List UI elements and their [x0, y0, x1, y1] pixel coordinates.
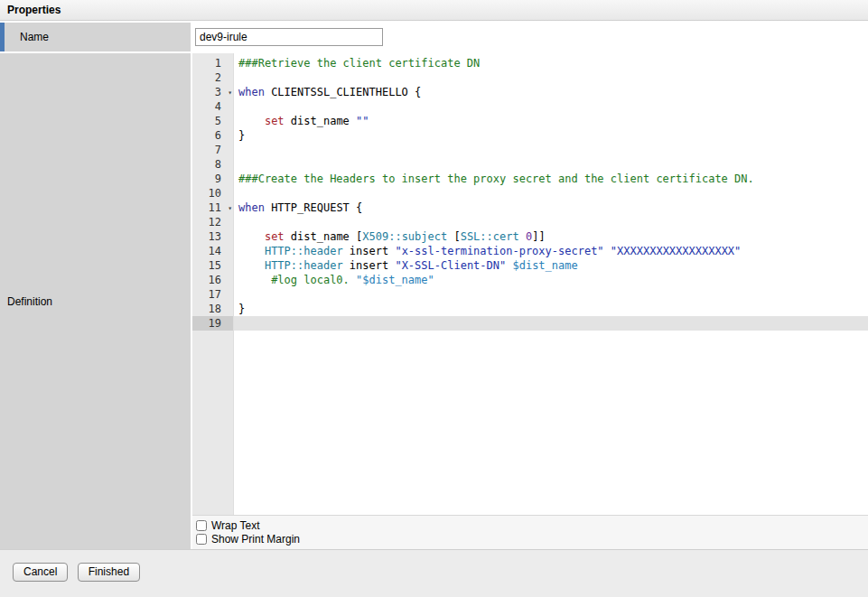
line-number[interactable]: 5: [192, 114, 233, 128]
code-token-plain: [238, 259, 265, 272]
code-token-plain: [238, 245, 265, 257]
code-line[interactable]: [234, 157, 868, 172]
code-token-string: "x-ssl-termination-proxy-secret": [395, 245, 603, 257]
code-line[interactable]: [234, 287, 868, 302]
code-token-plain: ]]: [532, 230, 545, 243]
code-line[interactable]: when HTTP_REQUEST {: [234, 201, 868, 215]
line-number[interactable]: 11▾: [192, 201, 233, 215]
line-number[interactable]: 9: [192, 172, 233, 186]
code-token-plain: insert: [343, 245, 396, 257]
code-token-plain: dist_name [: [285, 230, 363, 243]
code-token-func: HTTP::header: [265, 259, 343, 272]
code-lines[interactable]: ###Retrieve the client certificate DNwhe…: [234, 53, 868, 515]
name-label: Name: [20, 31, 49, 43]
code-line[interactable]: }: [234, 128, 868, 143]
line-number[interactable]: 16: [192, 273, 233, 287]
line-number[interactable]: 4: [192, 99, 233, 114]
code-token-func: SSL::cert: [461, 230, 519, 243]
code-token-plain: insert: [343, 259, 396, 272]
code-line[interactable]: HTTP::header insert "x-ssl-termination-p…: [234, 244, 868, 258]
code-line[interactable]: set dist_name [X509::subject [SSL::cert …: [234, 229, 868, 244]
line-number[interactable]: 8: [192, 157, 233, 172]
gutter: 123▾4567891011▾1213141516171819: [192, 53, 234, 515]
finished-button[interactable]: Finished: [78, 563, 140, 582]
code-token-builtin: set: [265, 230, 285, 243]
line-number[interactable]: 15: [192, 258, 233, 273]
line-number[interactable]: 17: [192, 287, 233, 302]
name-input[interactable]: [195, 28, 383, 46]
code-token-func: HTTP::header: [265, 245, 343, 257]
code-line[interactable]: #log local0. "$dist_name": [234, 273, 868, 287]
definition-label-cell: Definition: [0, 53, 191, 549]
show-print-margin-option: Show Print Margin: [194, 532, 868, 546]
code-token-comment: #log local0.: [271, 274, 356, 286]
line-number[interactable]: 2: [192, 70, 233, 85]
code-token-plain: CLIENTSSL_CLIENTHELLO {: [265, 86, 421, 98]
code-token-plain: [604, 245, 611, 257]
code-line[interactable]: ###Create the Headers to insert the prox…: [234, 172, 868, 186]
properties-page: Properties Name Definition 123▾456789101…: [0, 0, 868, 597]
line-number[interactable]: 10: [192, 186, 233, 201]
code-token-string: "X-SSL-Client-DN": [395, 259, 506, 272]
editor-options: Wrap Text Show Print Margin: [192, 516, 868, 549]
wrap-text-label[interactable]: Wrap Text: [211, 519, 260, 532]
code-token-plain: }: [238, 129, 245, 142]
code-token-plain: dist_name: [285, 115, 356, 127]
required-accent-bar: [0, 23, 5, 51]
code-editor[interactable]: 123▾4567891011▾1213141516171819 ###Retri…: [192, 53, 868, 516]
code-line[interactable]: [234, 316, 868, 331]
definition-row: Definition 123▾4567891011▾12131415161718…: [0, 53, 868, 549]
code-token-plain: [238, 274, 271, 286]
code-line[interactable]: ###Retrieve the client certificate DN: [234, 56, 868, 70]
fold-toggle-icon[interactable]: ▾: [228, 86, 232, 100]
show-print-margin-label[interactable]: Show Print Margin: [211, 533, 300, 546]
definition-value-cell: 123▾4567891011▾1213141516171819 ###Retri…: [192, 53, 868, 549]
code-line[interactable]: [234, 70, 868, 85]
code-token-plain: [238, 115, 265, 127]
footer-bar: Cancel Finished: [0, 549, 868, 597]
code-token-plain: }: [238, 303, 245, 315]
code-line[interactable]: set dist_name "": [234, 114, 868, 128]
code-line[interactable]: [234, 186, 868, 201]
line-number[interactable]: 6: [192, 128, 233, 143]
code-token-plain: HTTP_REQUEST {: [265, 201, 362, 214]
name-label-cell: Name: [0, 23, 191, 51]
code-token-keyword: when: [238, 86, 265, 98]
page-title: Properties: [0, 0, 868, 21]
code-token-string: "": [356, 115, 369, 127]
code-token-string: "XXXXXXXXXXXXXXXXXX": [611, 245, 742, 257]
line-number[interactable]: 14: [192, 244, 233, 258]
definition-label: Definition: [7, 295, 52, 308]
code-token-func: X509::subject: [362, 230, 447, 243]
line-number[interactable]: 7: [192, 143, 233, 157]
show-print-margin-checkbox[interactable]: [196, 534, 207, 545]
line-number[interactable]: 3▾: [192, 85, 233, 99]
properties-table: Name Definition 123▾4567891011▾121314151…: [0, 21, 868, 549]
code-line[interactable]: [234, 99, 868, 114]
code-token-comment: ###Create the Headers to insert the prox…: [238, 173, 754, 185]
code-line[interactable]: [234, 143, 868, 157]
wrap-text-checkbox[interactable]: [196, 520, 207, 531]
code-line[interactable]: when CLIENTSSL_CLIENTHELLO {: [234, 85, 868, 99]
code-token-builtin: set: [265, 115, 285, 127]
code-token-plain: [519, 230, 526, 243]
fold-toggle-icon[interactable]: ▾: [228, 201, 232, 216]
line-number[interactable]: 19: [192, 316, 233, 331]
line-number[interactable]: 13: [192, 229, 233, 244]
line-number[interactable]: 12: [192, 215, 233, 229]
wrap-text-option: Wrap Text: [194, 518, 868, 532]
code-token-comment: ###Retrieve the client certificate DN: [238, 57, 480, 70]
cancel-button[interactable]: Cancel: [13, 563, 68, 582]
code-token-var: "$dist_name": [356, 274, 434, 286]
line-number[interactable]: 18: [192, 302, 233, 316]
line-number[interactable]: 1: [192, 56, 233, 70]
code-token-plain: [238, 230, 265, 243]
code-token-plain: [: [447, 230, 460, 243]
code-token-keyword: when: [238, 201, 265, 214]
code-line[interactable]: [234, 215, 868, 229]
code-line[interactable]: }: [234, 302, 868, 316]
code-line[interactable]: HTTP::header insert "X-SSL-Client-DN" $d…: [234, 258, 868, 273]
name-row: Name: [0, 23, 868, 51]
name-value-cell: [192, 23, 868, 51]
code-token-var: $dist_name: [512, 259, 577, 272]
